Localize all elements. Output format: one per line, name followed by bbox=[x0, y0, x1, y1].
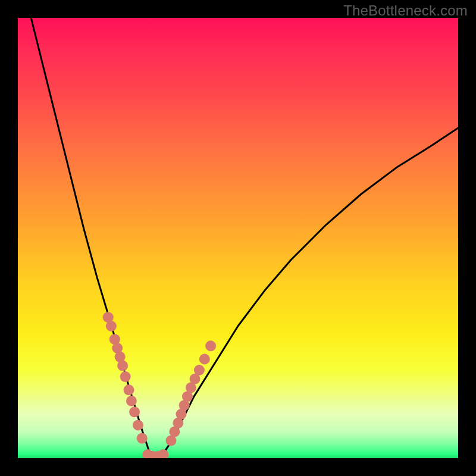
data-point bbox=[106, 321, 117, 331]
data-point bbox=[199, 354, 210, 365]
plot-area bbox=[18, 18, 458, 458]
data-point bbox=[126, 396, 137, 406]
attribution-label: TheBottleneck.com bbox=[343, 2, 468, 19]
data-point bbox=[124, 384, 134, 395]
data-point bbox=[117, 361, 128, 371]
data-point bbox=[133, 420, 143, 431]
curve-line bbox=[31, 18, 458, 458]
chart-frame: TheBottleneck.com bbox=[0, 0, 476, 476]
data-point bbox=[129, 406, 140, 417]
data-point bbox=[205, 340, 216, 351]
data-points bbox=[103, 312, 216, 458]
data-point bbox=[120, 371, 131, 382]
data-point bbox=[158, 449, 168, 458]
data-point bbox=[194, 365, 205, 375]
data-point bbox=[137, 433, 148, 444]
chart-svg bbox=[18, 18, 458, 458]
bottleneck-curve-path bbox=[31, 18, 458, 458]
